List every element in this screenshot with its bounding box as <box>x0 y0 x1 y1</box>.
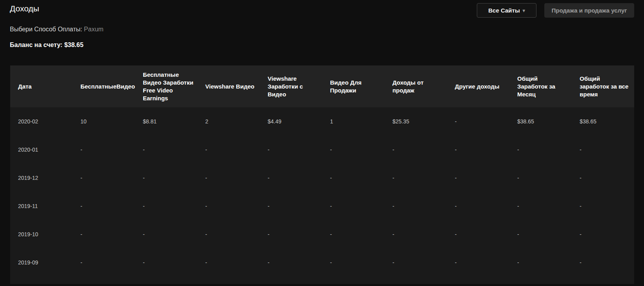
table-cell: - <box>385 220 447 248</box>
column-header: Другие доходы <box>447 65 509 107</box>
page-header: Доходы Все Сайты ▾ Продажа и продажа усл… <box>0 0 644 49</box>
table-cell: - <box>197 248 260 277</box>
earnings-table-container: ДатаБесплатныеВидеоБесплатные Видео Зара… <box>10 65 634 284</box>
date-cell: 2019-11 <box>10 192 73 220</box>
date-cell: 2020-01 <box>10 136 73 164</box>
date-cell: 2019-09 <box>10 248 73 277</box>
table-row: 2019-12--------- <box>10 164 634 192</box>
table-cell: - <box>572 220 634 248</box>
table-cell: 2 <box>197 107 260 136</box>
table-cell: - <box>447 220 509 248</box>
column-header: Общий заработок за все время <box>572 65 634 107</box>
table-cell: - <box>73 220 135 248</box>
table-cell: - <box>197 220 260 248</box>
table-cell: - <box>447 107 509 136</box>
payment-method-value[interactable]: Paxum <box>84 26 104 33</box>
table-row: 2019-09--------- <box>10 248 634 277</box>
table-cell: - <box>73 248 135 277</box>
table-cell: - <box>322 248 385 277</box>
page-title: Доходы <box>10 3 39 13</box>
table-cell: - <box>260 220 322 248</box>
table-cell: $38.65 <box>572 107 634 136</box>
table-row: 2020-0210$8.812$4.491$25.35-$38.65$38.65 <box>10 107 634 136</box>
table-cell: - <box>322 164 385 192</box>
column-header: Дата <box>10 65 73 107</box>
payment-method-label: Выбери Способ Оплаты: <box>10 26 82 33</box>
balance-value: $38.65 <box>64 42 84 48</box>
table-cell: - <box>385 164 447 192</box>
table-cell: - <box>572 192 634 220</box>
balance-label: Баланс на счету: <box>10 42 62 48</box>
table-cell: 1 <box>322 107 385 136</box>
table-cell: $38.65 <box>509 107 572 136</box>
sites-dropdown-button[interactable]: Все Сайты ▾ <box>477 3 536 18</box>
table-cell: - <box>135 248 197 277</box>
table-cell: - <box>385 248 447 277</box>
table-cell: - <box>260 248 322 277</box>
table-cell: - <box>572 136 634 164</box>
column-header: Бесплатные Видео Заработки Free Video Ea… <box>135 65 197 107</box>
table-cell: - <box>572 248 634 277</box>
table-cell: - <box>73 192 135 220</box>
table-cell: - <box>509 164 572 192</box>
table-cell: - <box>197 164 260 192</box>
table-row: 2020-01--------- <box>10 136 634 164</box>
column-header: Общий Заработок за Месяц <box>509 65 572 107</box>
table-header-row: ДатаБесплатныеВидеоБесплатные Видео Зара… <box>10 65 634 107</box>
table-cell: - <box>385 136 447 164</box>
payment-method-line: Выбери Способ Оплаты: Paxum <box>10 26 634 33</box>
table-cell: - <box>509 248 572 277</box>
table-cell: $8.81 <box>135 107 197 136</box>
table-cell: 10 <box>73 107 135 136</box>
table-cell: - <box>260 164 322 192</box>
table-cell: - <box>260 136 322 164</box>
table-cell: - <box>322 220 385 248</box>
sites-dropdown-label: Все Сайты <box>488 7 520 14</box>
table-cell: - <box>197 192 260 220</box>
chevron-down-icon: ▾ <box>523 8 525 13</box>
table-cell: $4.49 <box>260 107 322 136</box>
table-cell: - <box>322 136 385 164</box>
column-header: БесплатныеВидео <box>73 65 135 107</box>
column-header: Viewshare Видео <box>197 65 260 107</box>
table-cell: - <box>135 192 197 220</box>
table-cell: - <box>447 136 509 164</box>
table-cell: $25.35 <box>385 107 447 136</box>
table-cell: - <box>73 164 135 192</box>
table-cell: - <box>260 192 322 220</box>
balance-line: Баланс на счету: $38.65 <box>10 42 634 49</box>
table-cell: - <box>197 136 260 164</box>
table-cell: - <box>73 136 135 164</box>
table-cell: - <box>509 192 572 220</box>
table-row: 2019-11--------- <box>10 192 634 220</box>
table-cell: - <box>135 164 197 192</box>
table-cell: - <box>509 220 572 248</box>
table-row: 2019-10--------- <box>10 220 634 248</box>
toolbar: Все Сайты ▾ Продажа и продажа услуг <box>477 3 634 18</box>
column-header: Доходы от продаж <box>385 65 447 107</box>
table-cell: - <box>135 220 197 248</box>
table-cell: - <box>447 192 509 220</box>
earnings-table: ДатаБесплатныеВидеоБесплатные Видео Зара… <box>10 65 634 277</box>
date-cell: 2019-10 <box>10 220 73 248</box>
date-cell: 2020-02 <box>10 107 73 136</box>
table-cell: - <box>509 136 572 164</box>
table-cell: - <box>572 164 634 192</box>
table-cell: - <box>322 192 385 220</box>
column-header: Видео Для Продажи <box>322 65 385 107</box>
table-cell: - <box>385 192 447 220</box>
sales-services-button[interactable]: Продажа и продажа услуг <box>544 3 634 18</box>
date-cell: 2019-12 <box>10 164 73 192</box>
column-header: Viewshare Заработки с Видео <box>260 65 322 107</box>
table-cell: - <box>447 248 509 277</box>
table-cell: - <box>447 164 509 192</box>
table-cell: - <box>135 136 197 164</box>
